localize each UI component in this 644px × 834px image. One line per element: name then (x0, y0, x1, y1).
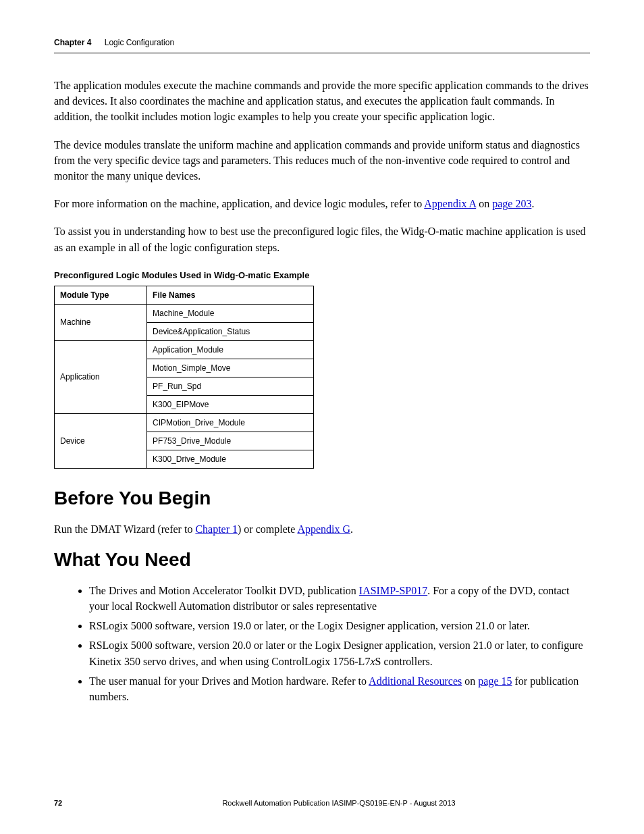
byb-text-mid: ) or complete (238, 523, 297, 535)
chapter-label: Chapter 4 (54, 38, 91, 47)
byb-text-before: Run the DMAT Wizard (refer to (54, 523, 195, 535)
cell-file-name: Device&Application_Status (147, 322, 314, 340)
cell-module-type: Device (55, 413, 147, 468)
cell-file-name: PF753_Drive_Module (147, 432, 314, 450)
li3-italic: x (370, 656, 375, 667)
page-header: Chapter 4 Logic Configuration (54, 38, 590, 53)
list-item: RSLogix 5000 software, version 19.0 or l… (89, 618, 590, 633)
li3-text-before: RSLogix 5000 software, version 20.0 or l… (89, 640, 583, 667)
cell-file-name: PF_Run_Spd (147, 377, 314, 395)
before-you-begin-heading: Before You Begin (54, 488, 590, 509)
before-you-begin-paragraph: Run the DMAT Wizard (refer to Chapter 1)… (54, 521, 590, 537)
li3-text-after: S controllers. (375, 656, 433, 667)
table-row: Application Application_Module (55, 340, 314, 359)
list-item: RSLogix 5000 software, version 20.0 or l… (89, 637, 590, 669)
p3-text-mid: on (476, 198, 492, 209)
chapter-1-link[interactable]: Chapter 1 (195, 523, 238, 535)
li1-text-before: The Drives and Motion Accelerator Toolki… (89, 585, 359, 596)
appendix-a-link[interactable]: Appendix A (424, 198, 476, 209)
li4-text-before: The user manual for your Drives and Moti… (89, 675, 369, 687)
cell-file-name: K300_EIPMove (147, 395, 314, 413)
modules-table: Module Type File Names Machine Machine_M… (54, 286, 314, 469)
table-header-row: Module Type File Names (55, 286, 314, 304)
table-row: Machine Machine_Module (55, 304, 314, 322)
paragraph-2: The device modules translate the uniform… (54, 137, 590, 184)
list-item: The user manual for your Drives and Moti… (89, 673, 590, 704)
cell-file-name: Machine_Module (147, 304, 314, 322)
page-203-link[interactable]: page 203 (492, 198, 531, 209)
col-header-module-type: Module Type (55, 286, 147, 304)
col-header-file-names: File Names (147, 286, 314, 304)
paragraph-3: For more information on the machine, app… (54, 196, 590, 211)
p3-text-after: . (531, 198, 534, 209)
cell-module-type: Application (55, 340, 147, 413)
cell-file-name: K300_Drive_Module (147, 450, 314, 468)
cell-file-name: Application_Module (147, 340, 314, 359)
chapter-title: Logic Configuration (105, 38, 174, 47)
what-you-need-list: The Drives and Motion Accelerator Toolki… (54, 583, 590, 704)
li4-text-mid: on (462, 675, 478, 687)
table-row: Device CIPMotion_Drive_Module (55, 413, 314, 432)
cell-module-type: Machine (55, 304, 147, 340)
page-15-link[interactable]: page 15 (478, 675, 512, 687)
byb-text-after: . (350, 523, 353, 535)
what-you-need-heading: What You Need (54, 549, 590, 571)
table-caption: Preconfigured Logic Modules Used in Widg… (54, 270, 590, 280)
cell-file-name: Motion_Simple_Move (147, 359, 314, 377)
iasimp-sp017-link[interactable]: IASIMP-SP017 (359, 585, 427, 596)
appendix-g-link[interactable]: Appendix G (297, 523, 350, 535)
paragraph-4: To assist you in understanding how to be… (54, 224, 590, 255)
paragraph-1: The application modules execute the mach… (54, 78, 590, 125)
p3-text-before: For more information on the machine, app… (54, 198, 424, 209)
cell-file-name: CIPMotion_Drive_Module (147, 413, 314, 432)
list-item: The Drives and Motion Accelerator Toolki… (89, 583, 590, 614)
additional-resources-link[interactable]: Additional Resources (369, 675, 462, 687)
